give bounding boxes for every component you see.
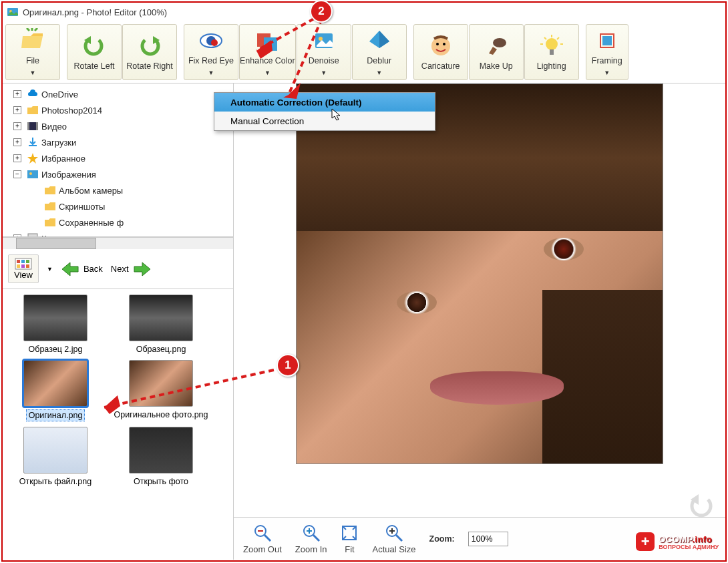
framing-icon — [594, 28, 620, 53]
expander-icon[interactable]: + — [13, 234, 21, 237]
thumbnail-label: Открыть файл.png — [17, 476, 94, 487]
expander-icon[interactable]: + — [13, 122, 21, 130]
chevron-down-icon: ▼ — [321, 69, 327, 76]
zoom-in-icon — [302, 524, 321, 542]
deblur-button[interactable]: Deblur ▼ — [352, 24, 407, 80]
tree-item[interactable]: −Изображения — [4, 166, 232, 182]
nav-bar: View ▼ Back Next — [3, 249, 233, 289]
tree-label: Photoshop2014 — [41, 106, 102, 116]
expander-icon[interactable]: + — [13, 138, 21, 146]
undo-icon — [687, 492, 716, 520]
zoom-in-button[interactable]: Zoom In — [295, 524, 327, 554]
view-button[interactable]: View — [8, 254, 39, 283]
tree-item[interactable]: Скриншоты — [4, 198, 232, 214]
zoom-input[interactable] — [468, 532, 508, 546]
svg-rect-22 — [28, 234, 37, 237]
tree-label: Сохраненные ф — [59, 218, 124, 228]
tree-item[interactable]: +Видео — [4, 118, 232, 134]
preview-image — [296, 83, 663, 464]
image-canvas[interactable] — [234, 83, 725, 517]
tree-label: Избранное — [41, 154, 85, 164]
back-button[interactable]: Back — [61, 261, 103, 277]
svg-line-32 — [264, 535, 270, 541]
folder-icon — [27, 104, 39, 116]
fix-red-eye-button[interactable]: Fix Red Eye ▼ — [184, 24, 238, 80]
thumbnail-image — [129, 295, 193, 341]
folder-open-icon — [20, 28, 45, 53]
rotate-right-button[interactable]: Rotate Right — [122, 24, 177, 80]
expander-icon[interactable]: + — [13, 106, 21, 114]
expander-icon[interactable]: + — [13, 90, 21, 98]
tree-item[interactable]: Сохраненные ф — [4, 214, 232, 230]
pictures-icon — [27, 168, 39, 180]
zoom-out-button[interactable]: Zoom Out — [243, 524, 282, 554]
thumbnail-item[interactable]: Открыть фото — [111, 427, 211, 487]
tree-label: Альбом камеры — [59, 186, 123, 196]
arrow-left-icon — [61, 261, 79, 277]
enhance-color-icon — [254, 28, 280, 53]
svg-point-4 — [211, 39, 218, 46]
expander-icon[interactable]: + — [13, 154, 21, 162]
thumbnail-item[interactable]: Открыть файл.png — [5, 427, 106, 487]
cloud-icon — [27, 88, 39, 100]
thumbnail-item[interactable]: Образец.png — [111, 295, 211, 355]
chevron-down-icon: ▼ — [604, 69, 610, 76]
title-bar: Оригинал.png - Photo! Editor (100%) — [3, 3, 725, 21]
fit-button[interactable]: Fit — [340, 524, 359, 554]
file-button[interactable]: File ▼ — [5, 24, 60, 80]
callout-badge-2: 2 — [310, 0, 333, 23]
tree-label: OneDrive — [41, 89, 78, 100]
enhance-color-button[interactable]: Enhance Color ▼ — [239, 24, 296, 80]
svg-line-41 — [396, 535, 402, 541]
framing-button[interactable]: Framing ▼ — [586, 24, 628, 80]
rotate-left-button[interactable]: Rotate Left — [67, 24, 122, 80]
lightbulb-icon — [539, 33, 564, 59]
thumbnail-label: Открыть фото — [132, 476, 190, 487]
thumbnail-item[interactable]: Образец 2.jpg — [5, 295, 106, 355]
svg-rect-20 — [27, 170, 38, 178]
tree-label: Видео — [41, 122, 67, 132]
menu-manual-correction[interactable]: Manual Correction — [214, 112, 435, 130]
svg-rect-19 — [36, 122, 38, 130]
folder-icon — [44, 184, 56, 196]
thumbnail-label: Образец.png — [134, 344, 188, 355]
menu-auto-correction[interactable]: Automatic Correction (Default) — [214, 93, 435, 112]
svg-point-10 — [436, 43, 439, 45]
thumbnail-item[interactable]: Оригинальное фото.png — [111, 360, 211, 421]
denoise-button[interactable]: Denoise ▼ — [297, 24, 351, 80]
svg-line-36 — [313, 535, 319, 541]
folder-tree[interactable]: +OneDrive+Photoshop2014+Видео+Загрузки+И… — [3, 83, 233, 237]
svg-rect-26 — [26, 260, 29, 263]
thumbnail-panel[interactable]: Образец 2.jpgОбразец.pngОригинал.pngОриг… — [3, 289, 233, 560]
make-up-button[interactable]: Make Up — [469, 24, 524, 80]
tree-item[interactable]: +Избранное — [4, 150, 232, 166]
caricature-button[interactable]: Caricature — [413, 24, 468, 80]
tree-item[interactable]: +Photoshop2014 — [4, 102, 232, 118]
chevron-down-icon: ▼ — [30, 69, 36, 76]
actual-size-button[interactable]: Actual Size — [372, 524, 415, 554]
watermark: + OCOMP.info ВОПРОСЫ АДМИНУ — [636, 532, 719, 551]
star-icon — [27, 152, 39, 164]
expander-icon[interactable]: − — [13, 170, 21, 178]
tree-item[interactable]: +Загрузки — [4, 134, 232, 150]
deblur-icon — [367, 28, 392, 53]
fix-red-eye-menu[interactable]: Automatic Correction (Default) Manual Co… — [214, 92, 435, 131]
cursor-icon — [331, 108, 342, 122]
chevron-down-icon: ▼ — [47, 266, 53, 272]
tree-scrollbar[interactable] — [3, 237, 233, 249]
rotate-left-icon — [81, 33, 107, 59]
next-button[interactable]: Next — [111, 261, 152, 277]
thumbnail-item[interactable]: Оригинал.png — [5, 360, 106, 421]
svg-rect-18 — [27, 122, 29, 130]
thumbnail-image — [23, 295, 87, 341]
svg-point-13 — [546, 38, 558, 50]
tree-item[interactable]: +Контакты — [4, 230, 232, 237]
tree-item[interactable]: Альбом камеры — [4, 182, 232, 198]
folder-icon — [44, 200, 56, 212]
denoise-icon — [311, 28, 337, 53]
plus-icon: + — [636, 532, 655, 551]
video-icon — [27, 120, 39, 132]
tree-label: Загрузки — [41, 138, 76, 148]
tree-item[interactable]: +OneDrive — [4, 86, 232, 102]
lighting-button[interactable]: Lighting — [524, 24, 579, 80]
